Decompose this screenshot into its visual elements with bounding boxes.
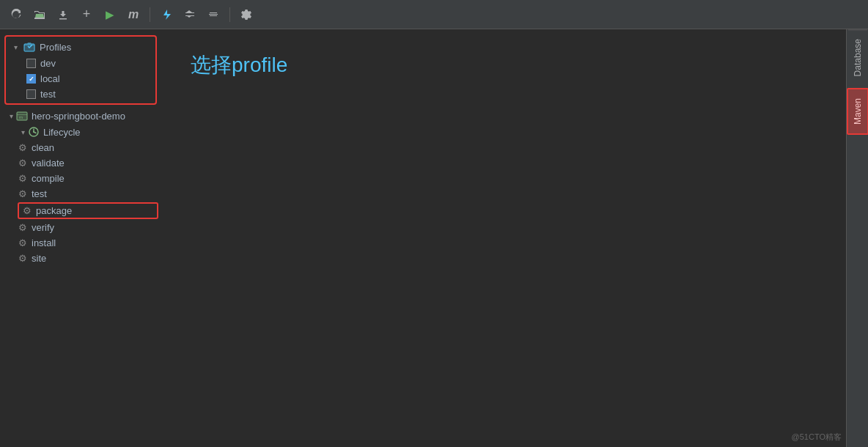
open-project-button[interactable] — [29, 4, 50, 25]
divider1 — [150, 7, 150, 22]
lifecycle-compile[interactable]: ⚙ compile — [0, 171, 161, 186]
install-label: install — [32, 237, 56, 248]
skip-tests-button[interactable] — [180, 4, 200, 25]
gear-validate-icon: ⚙ — [18, 158, 28, 169]
project-item[interactable]: ▾ m hero-springboot-demo — [0, 108, 161, 124]
gear-install-icon: ⚙ — [18, 238, 28, 248]
maven-icon-button[interactable]: m — [123, 4, 144, 25]
gear-site-icon: ⚙ — [18, 254, 28, 264]
watermark: @51CTO精客 — [792, 432, 842, 443]
local-checkbox[interactable] — [26, 74, 36, 84]
svg-point-6 — [33, 131, 34, 133]
test-lifecycle-label: test — [32, 188, 47, 199]
divider2 — [229, 7, 230, 22]
test-checkbox[interactable] — [26, 89, 36, 99]
profiles-header[interactable]: ▾ Profiles — [6, 38, 155, 56]
site-label: site — [32, 253, 46, 264]
toolbar: + ▶ m — [0, 0, 868, 29]
refresh-button[interactable] — [6, 4, 26, 25]
sidebar: ▾ Profiles dev — [0, 29, 161, 447]
database-tab[interactable]: Database — [848, 29, 867, 85]
lifecycle-icon — [28, 126, 40, 138]
run-button[interactable]: ▶ — [100, 4, 120, 25]
lifecycle-verify[interactable]: ⚙ verify — [0, 220, 161, 235]
test-profile-label: test — [40, 89, 56, 100]
profiles-folder-icon — [23, 41, 35, 53]
lifecycle-chevron: ▾ — [18, 127, 28, 137]
content-area: 选择profile — [161, 29, 846, 447]
profiles-label: Profiles — [40, 42, 71, 53]
profile-test[interactable]: test — [6, 86, 155, 102]
svg-text:m: m — [19, 115, 23, 119]
project-label: hero-springboot-demo — [32, 111, 125, 122]
gear-compile-icon: ⚙ — [18, 174, 28, 184]
lifecycle-test[interactable]: ⚙ test — [0, 186, 161, 202]
compile-label: compile — [32, 173, 65, 184]
download-button[interactable] — [53, 4, 73, 25]
profile-dev[interactable]: dev — [6, 56, 155, 71]
settings-button[interactable] — [236, 4, 257, 25]
project-icon: m — [16, 110, 28, 122]
local-label: local — [40, 73, 60, 84]
lifecycle-clean[interactable]: ⚙ clean — [0, 140, 161, 155]
page-title: 选择profile — [191, 51, 287, 79]
package-label: package — [36, 205, 72, 216]
project-chevron: ▾ — [6, 111, 16, 121]
main-area: ▾ Profiles dev — [0, 29, 868, 447]
lifecycle-site[interactable]: ⚙ site — [0, 251, 161, 266]
profiles-chevron: ▾ — [10, 42, 21, 52]
gear-verify-icon: ⚙ — [18, 223, 28, 233]
lightning-button[interactable] — [156, 4, 177, 25]
dev-checkbox[interactable] — [26, 59, 36, 68]
gear-clean-icon: ⚙ — [18, 143, 28, 153]
validate-label: validate — [32, 158, 65, 169]
verify-label: verify — [32, 222, 54, 233]
right-tab-bar: Database Maven — [846, 29, 868, 447]
lifecycle-package-wrapper: ⚙ package — [3, 202, 158, 219]
lifecycle-validate[interactable]: ⚙ validate — [0, 155, 161, 171]
gear-test-icon: ⚙ — [18, 189, 28, 199]
lifecycle-package[interactable]: ⚙ package — [18, 202, 158, 219]
dev-label: dev — [40, 58, 56, 69]
maven-tab[interactable]: Maven — [847, 88, 869, 135]
add-button[interactable]: + — [76, 4, 97, 25]
skip-button2[interactable] — [203, 4, 224, 25]
lifecycle-label: Lifecycle — [43, 127, 81, 138]
lifecycle-install[interactable]: ⚙ install — [0, 235, 161, 251]
profile-local[interactable]: local — [6, 71, 155, 86]
gear-package-icon: ⚙ — [22, 206, 32, 216]
profiles-section: ▾ Profiles dev — [4, 35, 157, 105]
lifecycle-item[interactable]: ▾ Lifecycle — [0, 124, 161, 140]
clean-label: clean — [32, 142, 54, 153]
